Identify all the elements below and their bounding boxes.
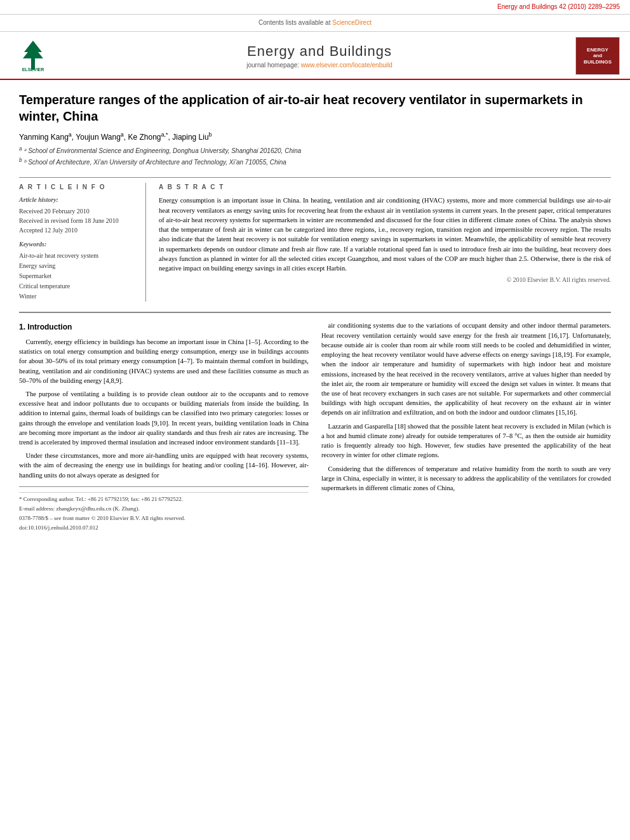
journal-logo-box: ENERGY and BUILDINGS bbox=[575, 37, 620, 75]
elsevier-logo-icon: ELSEVIER bbox=[10, 39, 56, 72]
keyword-list: Air-to-air heat recovery system Energy s… bbox=[19, 251, 138, 302]
keywords-section: Keywords: Air-to-air heat recovery syste… bbox=[19, 240, 138, 302]
intro-section-title: 1. Introduction bbox=[19, 322, 309, 333]
homepage-url[interactable]: www.elsevier.com/locate/enbuild bbox=[301, 62, 392, 69]
right-para-1: air conditioning systems due to the vari… bbox=[321, 321, 611, 417]
article-info-header: A R T I C L E I N F O bbox=[19, 183, 138, 192]
article-history-label: Article history: bbox=[19, 196, 138, 204]
footer-notes: * Corresponding author. Tel.: +86 21 677… bbox=[19, 486, 309, 532]
email-line: E-mail address: zhangkeyx@dhu.edu.cn (K.… bbox=[19, 505, 309, 513]
section-number: 1. bbox=[19, 323, 25, 331]
keyword-4: Critical temperature bbox=[19, 281, 138, 291]
affiliation-a: a ᵃ School of Environmental Science and … bbox=[19, 145, 611, 156]
author-sup-b: b bbox=[209, 131, 212, 138]
journal-title: Energy and Buildings bbox=[64, 42, 575, 62]
journal-homepage: journal homepage: www.elsevier.com/locat… bbox=[64, 61, 575, 70]
abstract-text: Energy consumption is an important issue… bbox=[159, 196, 611, 273]
author-sup-a2: a bbox=[121, 131, 124, 138]
journal-banner: ELSEVIER Energy and Buildings journal ho… bbox=[0, 32, 630, 80]
logo-line3: BUILDINGS bbox=[584, 59, 612, 65]
logo-line2: and bbox=[593, 53, 602, 59]
received-revised-date: Received in revised form 18 June 2010 bbox=[19, 216, 138, 225]
sciencedirect-link[interactable]: ScienceDirect bbox=[332, 19, 372, 26]
intro-para-2: The purpose of ventilating a building is… bbox=[19, 389, 309, 447]
section-title-text: Introduction bbox=[27, 323, 72, 331]
author-jiaping: Jiaping Liu bbox=[172, 133, 208, 142]
journal-header-bar: Energy and Buildings 42 (2010) 2289–2295 bbox=[0, 0, 630, 15]
article-info-col: A R T I C L E I N F O Article history: R… bbox=[19, 183, 146, 302]
keyword-3: Supermarket bbox=[19, 271, 138, 281]
affiliation-b: b ᵇ School of Architecture, Xi’an Univer… bbox=[19, 157, 611, 167]
footer-divider bbox=[19, 492, 309, 493]
keywords-label: Keywords: bbox=[19, 240, 138, 249]
info-abstract-section: A R T I C L E I N F O Article history: R… bbox=[19, 177, 611, 302]
keyword-1: Air-to-air heat recovery system bbox=[19, 251, 138, 261]
right-para-2: Lazzarin and Gasparella [18] showed that… bbox=[321, 422, 611, 460]
homepage-label: journal homepage: bbox=[246, 62, 299, 69]
issn-line: 0378-7788/$ – see front matter © 2010 El… bbox=[19, 514, 309, 523]
body-columns: 1. Introduction Currently, energy effici… bbox=[19, 312, 611, 533]
sciencedirect-bar: Contents lists available at ScienceDirec… bbox=[0, 15, 630, 32]
author-ke: Ke Zhong bbox=[128, 133, 161, 142]
svg-text:ELSEVIER: ELSEVIER bbox=[22, 67, 44, 72]
copyright: © 2010 Elsevier B.V. All rights reserved… bbox=[159, 276, 611, 284]
email-value: zhangkeyx@dhu.edu.cn (K. Zhang). bbox=[56, 505, 139, 512]
journal-title-area: Energy and Buildings journal homepage: w… bbox=[64, 42, 575, 70]
authors: Yanming Kanga, Youjun Wanga, Ke Zhonga,*… bbox=[19, 131, 611, 143]
abstract-col: A B S T R A C T Energy consumption is an… bbox=[159, 183, 611, 302]
author-youjun: Youjun Wang bbox=[76, 133, 121, 142]
keyword-5: Winter bbox=[19, 291, 138, 302]
affil-sup-b: b bbox=[19, 157, 22, 163]
sciencedirect-text: Contents lists available at bbox=[258, 19, 330, 26]
affil-sup-a: a bbox=[19, 145, 22, 152]
author-sup-a1: a bbox=[69, 131, 72, 138]
doi-line: doi:10.1016/j.enbuild.2010.07.012 bbox=[19, 524, 309, 532]
abstract-header: A B S T R A C T bbox=[159, 183, 611, 192]
corresponding-author: * Corresponding author. Tel.: +86 21 677… bbox=[19, 495, 309, 503]
keyword-2: Energy saving bbox=[19, 261, 138, 271]
journal-info: Energy and Buildings 42 (2010) 2289–2295 bbox=[497, 3, 620, 10]
page: Energy and Buildings 42 (2010) 2289–2295… bbox=[0, 0, 630, 840]
article-content: Temperature ranges of the application of… bbox=[0, 80, 630, 546]
received-date: Received 20 February 2010 bbox=[19, 206, 138, 216]
author-yanming: Yanming Kang bbox=[19, 133, 69, 142]
logo-line1: ENERGY bbox=[587, 47, 608, 53]
email-label: E-mail address: bbox=[19, 505, 55, 512]
article-title: Temperature ranges of the application of… bbox=[19, 91, 611, 124]
body-left-col: 1. Introduction Currently, energy effici… bbox=[19, 321, 309, 533]
author-sup-a3: a,* bbox=[161, 131, 168, 138]
intro-para-1: Currently, energy efficiency in building… bbox=[19, 337, 309, 385]
article-dates: Received 20 February 2010 Received in re… bbox=[19, 206, 138, 235]
right-para-3: Considering that the differences of temp… bbox=[321, 464, 611, 493]
banner-left: ELSEVIER bbox=[10, 39, 64, 72]
accepted-date: Accepted 12 July 2010 bbox=[19, 225, 138, 235]
intro-para-3: Under these circumstances, more and more… bbox=[19, 451, 309, 480]
body-right-col: air conditioning systems due to the vari… bbox=[321, 321, 611, 533]
